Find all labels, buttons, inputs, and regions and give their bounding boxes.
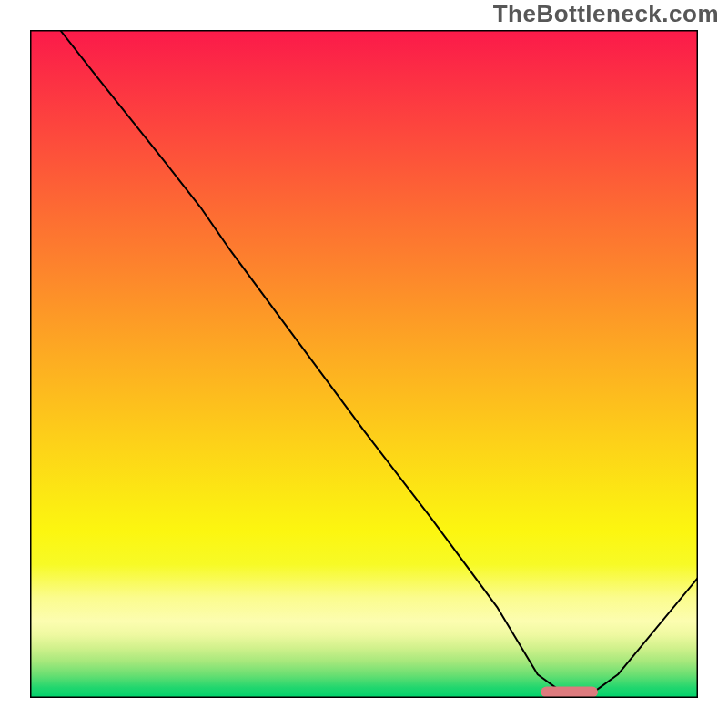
- watermark-text: TheBottleneck.com: [493, 0, 719, 28]
- chart-svg: [30, 30, 698, 698]
- gradient-background: [30, 30, 698, 698]
- optimal-range-marker: [541, 686, 598, 697]
- plot-area: [30, 30, 698, 698]
- chart-container: TheBottleneck.com: [0, 0, 728, 728]
